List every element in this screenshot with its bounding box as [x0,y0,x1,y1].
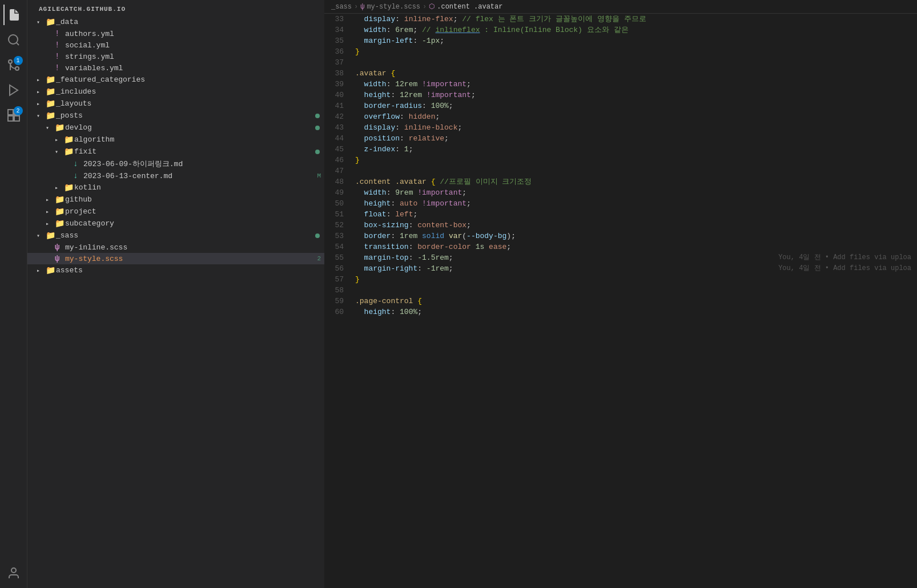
file-label: authors.yml [65,30,324,38]
folder-icon: 📁 [64,135,74,144]
my-style-scss[interactable]: ψ my-style.scss 2 [27,253,324,264]
chevron-right-icon: ▸ [55,136,64,143]
line-content: margin-top: -1.5rem; [353,252,778,263]
social-yml-item[interactable]: ! social.yml [27,39,324,51]
debug-icon[interactable] [3,80,24,100]
scss-icon: ψ [55,243,65,252]
line-number: 38 [324,68,353,79]
code-line-43: 43 display: inline-block; [324,122,917,133]
line-content: .page-control { [353,296,917,307]
line-content: width: 6rem; // inlineflex : Inline(Inli… [353,25,917,35]
folder-icon: 📁 [46,17,56,27]
folder-icon: 📁 [46,87,56,96]
activity-bar: 1 2 [0,0,27,588]
sass-folder[interactable]: ▾ 📁 _sass [27,229,324,241]
code-line-35: 35 margin-left: -1px; [324,35,917,46]
line-number: 54 [324,241,353,252]
algorithm-folder[interactable]: ▸ 📁 algorithm [27,134,324,146]
variables-yml-item[interactable]: ! variables.yml [27,62,324,74]
folder-icon: 📁 [55,207,65,216]
line-content: height: auto !important; [353,198,917,209]
folder-label: _layouts [56,99,324,108]
featured-folder[interactable]: ▸ 📁 _featured_categories [27,74,324,86]
strings-yml-item[interactable]: ! strings.yml [27,51,324,62]
code-line-59: 59 .page-control { [324,296,917,307]
breadcrumb-selector: .content .avatar [437,3,502,11]
line-content [353,285,917,296]
devlog-folder[interactable]: ▾ 📁 devlog [27,122,324,134]
line-number: 44 [324,133,353,144]
svg-point-9 [11,568,16,573]
breadcrumb: _sass › ψ my-style.scss › ⬡ .content .av… [324,0,917,14]
chevron-down-icon: ▾ [37,112,46,119]
md1-file[interactable]: ↓ 2023-06-09-하이퍼링크.md [27,158,324,170]
folder-label: _data [56,18,324,26]
chevron-down-icon: ▾ [55,148,64,155]
line-number: 56 [324,263,353,274]
editor-main: _sass › ψ my-style.scss › ⬡ .content .av… [324,0,917,588]
chevron-right-icon: ▸ [37,88,46,95]
git-badge: 1 [14,56,23,65]
modified-dot [315,233,320,238]
line-number: 53 [324,231,353,241]
line-content: margin-right: -1rem; [353,263,778,274]
code-line-34: 34 width: 6rem; // inlineflex : Inline(I… [324,25,917,35]
yaml-icon: ! [55,41,65,50]
folder-label: _sass [56,231,315,240]
project-folder[interactable]: ▸ 📁 project [27,206,324,218]
line-content: } [353,46,917,57]
files-icon[interactable] [3,5,24,25]
layouts-folder[interactable]: ▸ 📁 _layouts [27,98,324,110]
code-line-60: 60 height: 100%; [324,307,917,317]
svg-marker-4 [10,85,18,95]
folder-label: fixit [74,147,315,156]
line-content: } [353,155,917,166]
explorer-title: AGILECATCH.GITHUB.IO [27,0,324,16]
posts-folder[interactable]: ▾ 📁 _posts [27,110,324,122]
line-number: 45 [324,144,353,155]
scss-icon: ψ [55,254,65,263]
kotlin-folder[interactable]: ▸ 📁 kotlin [27,182,324,194]
line-content [353,166,917,176]
code-line-55: 55 margin-top: -1.5rem; You, 4일 전 • Add … [324,252,917,263]
code-line-57: 57 } [324,274,917,285]
line-content: width: 9rem !important; [353,187,917,198]
svg-line-1 [16,43,18,45]
data-folder[interactable]: ▾ 📁 _data [27,16,324,28]
git-blame: You, 4일 전 • Add files via uploa [778,252,917,263]
assets-folder[interactable]: ▸ 📁 assets [27,264,324,276]
search-icon[interactable] [3,30,24,50]
code-line-40: 40 height: 12rem !important; [324,90,917,100]
line-content: border-radius: 100%; [353,100,917,111]
includes-folder[interactable]: ▸ 📁 _includes [27,86,324,98]
code-line-42: 42 overflow: hidden; [324,111,917,122]
chevron-down-icon: ▾ [46,124,55,131]
line-content: position: relative; [353,133,917,144]
code-editor[interactable]: 33 display: inline-flex; // flex 는 폰트 크기… [324,14,917,588]
authors-yml-item[interactable]: ! authors.yml [27,28,324,39]
md2-file[interactable]: ↓ 2023-06-13-center.md M [27,170,324,182]
account-icon[interactable] [3,563,24,583]
my-inline-scss[interactable]: ψ my-inline.scss [27,241,324,253]
folder-icon: 📁 [46,111,56,120]
git-icon[interactable]: 1 [3,55,24,75]
file-label: variables.yml [65,64,324,73]
line-content: width: 12rem !important; [353,79,917,90]
folder-label: project [65,207,324,216]
yaml-icon: ! [55,52,65,61]
line-number: 40 [324,90,353,100]
subcategory-folder[interactable]: ▸ 📁 subcategory [27,218,324,229]
github-folder[interactable]: ▸ 📁 github [27,194,324,206]
code-line-46: 46 } [324,155,917,166]
fixit-folder[interactable]: ▾ 📁 fixit [27,146,324,158]
chevron-right-icon: ▸ [37,267,46,274]
folder-label: kotlin [74,183,324,192]
folder-icon: 📁 [46,265,56,275]
line-number: 42 [324,111,353,122]
file-explorer: AGILECATCH.GITHUB.IO ▾ 📁 _data ! authors… [27,0,324,588]
chevron-right-icon: ▸ [46,196,55,203]
extensions-icon[interactable]: 2 [3,105,24,126]
file-label: strings.yml [65,53,324,61]
modified-dot [315,126,320,130]
folder-icon: 📁 [55,123,65,132]
